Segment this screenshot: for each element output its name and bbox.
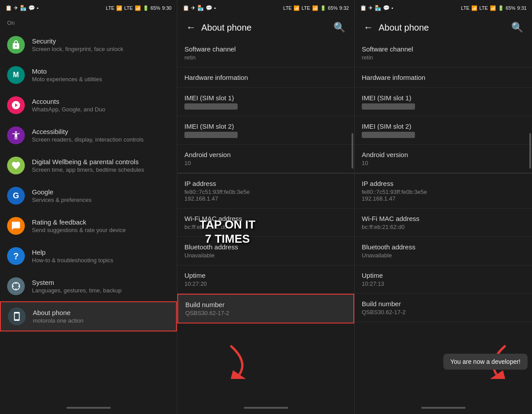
digital-wellbeing-title: Digital Wellbeing & parental controls — [32, 158, 170, 166]
settings-item-digital-wellbeing[interactable]: Digital Wellbeing & parental controls Sc… — [0, 150, 177, 181]
about-phone-panel-3: 📋 ✈ 🏪 💬 • LTE 📶 LTE 📶 🔋 65% 9:31 ← About… — [355, 0, 532, 414]
about-phone-subtitle: motorola one action — [33, 317, 169, 324]
uptime-label-2: Uptime — [184, 272, 347, 279]
about-build-number-3[interactable]: Build number QSBS30.62-17-2 — [355, 294, 532, 322]
notification-icon: 📋 — [5, 5, 12, 11]
imei2-label-2: IMEI (SIM slot 2) — [184, 122, 347, 130]
help-icon: ? — [7, 247, 25, 265]
settings-item-google[interactable]: G Google Services & preferences — [0, 181, 177, 211]
settings-item-moto[interactable]: M Moto Moto experiences & utilities — [0, 60, 177, 90]
settings-item-about-phone[interactable]: About phone motorola one action — [0, 301, 177, 331]
settings-panel: 📋 ✈ 🏪 💬 • LTE 📶 LTE 📶 🔋 65% 9:30 On Secu… — [0, 0, 177, 414]
time-1: 9:30 — [162, 5, 172, 11]
wifi-mac-value-3: bc:ff:eb:21:62:d0 — [362, 224, 525, 230]
time-3: 9:31 — [517, 5, 527, 11]
status-left-3: 📋 ✈ 🏪 💬 • — [360, 5, 393, 11]
moto-icon: M — [7, 66, 25, 84]
rating-icon — [7, 217, 25, 235]
search-button-2[interactable]: 🔍 — [332, 20, 347, 35]
about-software-channel-3[interactable]: Software channel retin — [355, 39, 532, 67]
nav-pill-2 — [244, 407, 288, 409]
status-right-3: LTE 📶 LTE 📶 🔋 65% 9:31 — [461, 5, 527, 11]
settings-item-help[interactable]: ? Help How-to & troubleshooting topics — [0, 241, 177, 271]
back-button-3[interactable]: ← — [362, 20, 375, 35]
hardware-info-label-2: Hardware information — [184, 74, 347, 81]
about-imei2-3[interactable]: IMEI (SIM slot 2) — [355, 116, 532, 145]
about-bluetooth-3[interactable]: Bluetooth address Unavailable — [355, 237, 532, 265]
about-ip-address-2[interactable]: IP address fe80::7c51:93ff:fe0b:3e5e192.… — [177, 173, 354, 209]
settings-item-accounts[interactable]: Accounts WhatsApp, Google, and Duo — [0, 90, 177, 120]
telegram-icon: ✈ — [14, 5, 18, 11]
battery-2: 🔋 — [320, 5, 326, 11]
system-text: System Languages, gestures, time, backup — [32, 279, 170, 294]
about-ip-address-3[interactable]: IP address fe80::7c51:93ff:fe0b:3e5e192.… — [355, 173, 532, 209]
digital-wellbeing-icon — [7, 157, 25, 174]
about-imei1-3[interactable]: IMEI (SIM slot 1) — [355, 88, 532, 116]
whatsapp-icon: 💬 — [28, 5, 35, 11]
lte-label-1: LTE — [106, 5, 114, 11]
rating-subtitle: Send suggestions & rate your device — [32, 227, 170, 233]
ip-address-value-3: fe80::7c51:93ff:fe0b:3e5e192.168.1.47 — [362, 189, 525, 202]
accessibility-text: Accessibility Screen readers, display, i… — [32, 128, 170, 143]
about-uptime-2[interactable]: Uptime 10:27:20 — [177, 265, 354, 294]
nav-pill-3 — [421, 407, 466, 409]
back-button-2[interactable]: ← — [184, 20, 198, 35]
about-hardware-info-2[interactable]: Hardware information — [177, 67, 354, 88]
lte2-label-1: LTE — [124, 5, 133, 11]
about-build-number-2[interactable]: Build number QSBS30.62-17-2 — [177, 294, 354, 323]
status-bar-1: 📋 ✈ 🏪 💬 • LTE 📶 LTE 📶 🔋 65% 9:30 — [0, 0, 177, 16]
tap-instruction: TAP ON IT 7 TIMES — [200, 217, 255, 246]
android-version-value-3: 10 — [362, 160, 525, 166]
store-icon-3: 🏪 — [375, 5, 381, 11]
imei2-value-3 — [362, 132, 415, 138]
build-number-value-2: QSBS30.62-17-2 — [185, 310, 346, 316]
dot-icon: • — [37, 5, 39, 11]
about-uptime-3[interactable]: Uptime 10:27:13 — [355, 265, 532, 294]
accounts-title: Accounts — [32, 98, 170, 105]
signal-icon-1: 📶 — [135, 5, 141, 11]
store-icon: 🏪 — [20, 5, 27, 11]
imei1-label-3: IMEI (SIM slot 1) — [362, 94, 525, 102]
about-imei2-2[interactable]: IMEI (SIM slot 2) — [177, 116, 354, 145]
about-software-channel-2[interactable]: Software channel retin — [177, 39, 354, 67]
moto-subtitle: Moto experiences & utilities — [32, 76, 170, 83]
moto-title: Moto — [32, 67, 170, 75]
bluetooth-value-2: Unavailable — [184, 252, 347, 259]
nav-bar-1 — [0, 402, 177, 414]
nav-pill-1 — [66, 407, 111, 409]
about-phone-icon — [8, 308, 26, 325]
about-android-version-3[interactable]: Android version 10 — [355, 145, 532, 173]
uptime-label-3: Uptime — [362, 272, 525, 279]
status-bar-3: 📋 ✈ 🏪 💬 • LTE 📶 LTE 📶 🔋 65% 9:31 — [355, 0, 532, 16]
about-phone-panel-2: 📋 ✈ 🏪 💬 • LTE 📶 LTE 📶 🔋 65% 9:32 ← About… — [177, 0, 355, 414]
search-button-3[interactable]: 🔍 — [509, 20, 525, 35]
build-number-label-2: Build number — [185, 301, 346, 308]
settings-item-rating[interactable]: Rating & feedback Send suggestions & rat… — [0, 211, 177, 241]
android-version-label-2: Android version — [184, 151, 347, 158]
whatsapp-icon-3: 💬 — [383, 5, 390, 11]
ip-address-label-2: IP address — [184, 180, 347, 187]
tap-arrow-2 — [226, 343, 253, 381]
build-number-value-3: QSBS30.62-17-2 — [362, 309, 525, 315]
about-wifi-mac-3[interactable]: Wi-Fi MAC address bc:ff:eb:21:62:d0 — [355, 209, 532, 237]
time-2: 9:32 — [340, 5, 349, 11]
ip-address-value-2: fe80::7c51:93ff:fe0b:3e5e192.168.1.47 — [184, 189, 347, 202]
settings-list: Security Screen lock, fingerprint, face … — [0, 30, 177, 402]
imei1-label-2: IMEI (SIM slot 1) — [184, 94, 347, 102]
about-imei1-2[interactable]: IMEI (SIM slot 1) — [177, 88, 354, 116]
signal-3: 📶 — [490, 5, 496, 11]
settings-item-accessibility[interactable]: Accessibility Screen readers, display, i… — [0, 120, 177, 150]
settings-item-system[interactable]: System Languages, gestures, time, backup — [0, 271, 177, 301]
bluetooth-label-3: Bluetooth address — [362, 243, 525, 251]
about-android-version-2[interactable]: Android version 10 — [177, 145, 354, 173]
about-hardware-info-3[interactable]: Hardware information — [355, 67, 532, 88]
scroll-indicator-2 — [352, 133, 353, 169]
accessibility-icon — [7, 126, 25, 144]
google-title: Google — [32, 188, 170, 196]
settings-item-security[interactable]: Security Screen lock, fingerprint, face … — [0, 30, 177, 60]
top-bar-2: ← About phone 🔍 — [177, 16, 354, 39]
rating-text: Rating & feedback Send suggestions & rat… — [32, 218, 170, 233]
on-text: On — [0, 16, 177, 30]
battery-percent-1: 65% — [151, 5, 160, 11]
about-phone-heading-2: About phone — [201, 23, 332, 33]
